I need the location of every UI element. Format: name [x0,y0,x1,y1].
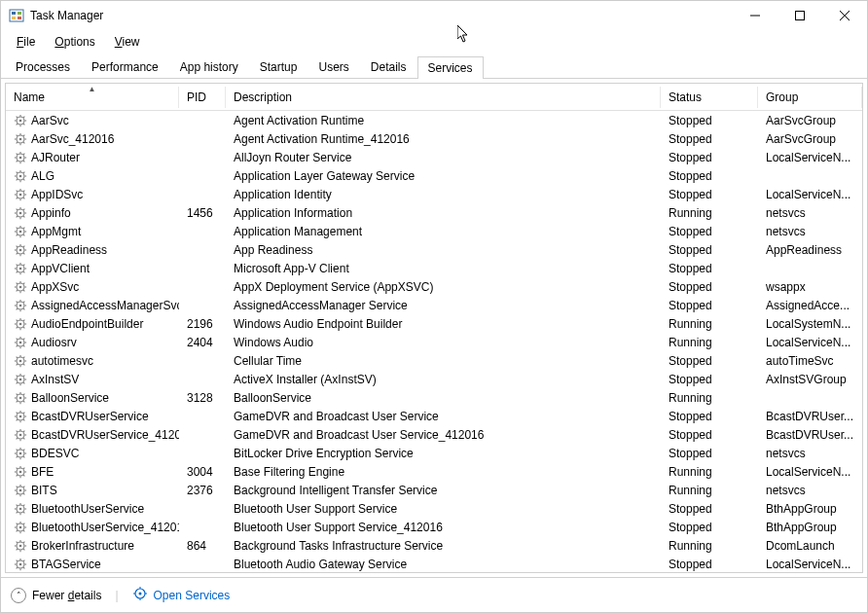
service-row[interactable]: BFE3004Base Filtering EngineRunningLocal… [6,462,862,481]
service-row[interactable]: AudioEndpointBuilder2196Windows Audio En… [6,314,862,333]
services-icon [132,586,148,604]
service-name: BalloonService [31,391,109,405]
svg-line-36 [23,161,24,162]
service-name-cell: AxInstSV [6,373,179,386]
svg-line-246 [23,549,24,550]
service-row[interactable]: AJRouterAllJoyn Router ServiceStoppedLoc… [6,148,862,166]
svg-line-166 [23,401,24,402]
service-desc-cell: ActiveX Installer (AxInstSV) [226,373,661,386]
tab-services[interactable]: Services [417,56,484,79]
svg-rect-6 [796,12,805,20]
service-pid-cell: 2196 [179,317,226,331]
service-row[interactable]: AxInstSVActiveX Installer (AxInstSV)Stop… [6,370,862,388]
tab-app-history[interactable]: App history [169,55,249,78]
service-row[interactable]: Audiosrv2404Windows AudioRunningLocalSer… [6,333,862,351]
service-row[interactable]: autotimesvcCellular TimeStoppedautoTimeS… [6,351,862,370]
services-content: ▲ Name PID Description Status Group AarS… [5,83,863,573]
gear-icon [14,206,27,220]
tab-details[interactable]: Details [360,55,417,78]
close-button[interactable] [822,1,867,30]
menu-view[interactable]: View [107,33,148,51]
svg-line-106 [23,290,24,291]
gear-icon [14,188,27,201]
svg-line-186 [23,438,24,439]
service-group-cell: netsvcs [758,225,862,238]
service-name: BluetoothUserService [31,502,144,516]
service-name: AarSvc_412016 [31,132,114,146]
service-status-cell: Running [661,206,758,220]
service-row[interactable]: AppXSvcAppX Deployment Service (AppXSVC)… [6,277,862,296]
service-row[interactable]: BTAGServiceBluetooth Audio Gateway Servi… [6,555,862,572]
service-row[interactable]: AppReadinessApp ReadinessStoppedAppReadi… [6,240,862,259]
service-group-cell: BthAppGroup [758,502,862,516]
service-desc-cell: Windows Audio Endpoint Builder [226,317,661,331]
maximize-button[interactable] [778,1,822,30]
services-list[interactable]: AarSvcAgent Activation RuntimeStoppedAar… [6,111,862,572]
service-group-cell: netsvcs [758,206,862,220]
service-row[interactable]: AarSvc_412016Agent Activation Runtime_41… [6,129,862,148]
service-name-cell: BcastDVRUserService [6,410,179,423]
service-desc-cell: Bluetooth User Support Service_412016 [226,521,661,534]
service-row[interactable]: BluetoothUserService_412016Bluetooth Use… [6,518,862,536]
svg-line-56 [23,198,24,198]
service-name-cell: AarSvc [6,114,179,127]
svg-line-196 [23,456,24,457]
service-row[interactable]: BalloonService3128BalloonServiceRunning [6,388,862,407]
tab-startup[interactable]: Startup [249,55,308,78]
tab-performance[interactable]: Performance [81,55,169,78]
column-header-description[interactable]: Description [226,87,661,108]
svg-line-217 [17,493,18,494]
gear-icon [14,539,27,553]
service-name-cell: BrokerInfrastructure [6,539,179,553]
svg-point-150 [19,378,22,380]
column-header-status[interactable]: Status [661,87,758,108]
fewer-details-button[interactable]: ˄ Fewer details [11,588,101,603]
gear-icon [14,280,27,294]
svg-line-16 [23,124,24,125]
svg-line-177 [17,419,18,420]
minimize-button[interactable] [733,1,778,30]
svg-line-136 [23,345,24,346]
service-row[interactable]: BluetoothUserServiceBluetooth User Suppo… [6,499,862,518]
gear-icon [14,391,27,405]
service-row[interactable]: BDESVCBitLocker Drive Encryption Service… [6,444,862,462]
service-row[interactable]: Appinfo1456Application InformationRunnin… [6,203,862,222]
service-name-cell: AssignedAccessManagerSvc [6,299,179,312]
svg-line-165 [17,393,18,394]
service-group-cell: netsvcs [758,484,862,497]
svg-line-126 [23,327,24,328]
service-name-cell: AudioEndpointBuilder [6,317,179,331]
gear-icon [14,373,27,386]
svg-line-105 [17,282,18,283]
tab-processes[interactable]: Processes [5,55,81,78]
service-pid-cell: 2404 [179,336,226,349]
svg-line-255 [17,559,18,560]
service-name: BDESVC [31,447,79,460]
open-services-link[interactable]: Open Services [132,586,231,604]
svg-line-158 [23,375,24,376]
tab-users[interactable]: Users [307,55,359,78]
service-row[interactable]: BITS2376Background Intelligent Transfer … [6,481,862,499]
column-header-pid[interactable]: PID [179,87,226,108]
menu-options[interactable]: Options [47,33,102,51]
svg-line-235 [17,523,18,523]
service-name: BcastDVRUserService_412016 [31,428,179,442]
column-header-group[interactable]: Group [758,87,862,108]
gear-icon [14,151,27,164]
svg-line-57 [17,198,18,198]
service-row[interactable]: AppIDSvcApplication IdentityStoppedLocal… [6,185,862,203]
svg-line-117 [17,308,18,309]
service-group-cell: LocalSystemN... [758,317,862,331]
service-desc-cell: Microsoft App-V Client [226,262,661,275]
service-row[interactable]: BrokerInfrastructure864Background Tasks … [6,536,862,555]
service-row[interactable]: AarSvcAgent Activation RuntimeStoppedAar… [6,111,862,129]
column-header-name[interactable]: ▲ Name [6,87,179,108]
menu-file[interactable]: File [9,33,43,51]
service-row[interactable]: ALGApplication Layer Gateway ServiceStop… [6,166,862,185]
service-row[interactable]: AssignedAccessManagerSvcAssignedAccessMa… [6,296,862,314]
service-row[interactable]: BcastDVRUserServiceGameDVR and Broadcast… [6,407,862,425]
service-row[interactable]: AppVClientMicrosoft App-V ClientStopped [6,259,862,277]
service-row[interactable]: AppMgmtApplication ManagementStoppednets… [6,222,862,240]
column-header-name-label: Name [14,90,45,104]
service-row[interactable]: BcastDVRUserService_412016GameDVR and Br… [6,425,862,444]
